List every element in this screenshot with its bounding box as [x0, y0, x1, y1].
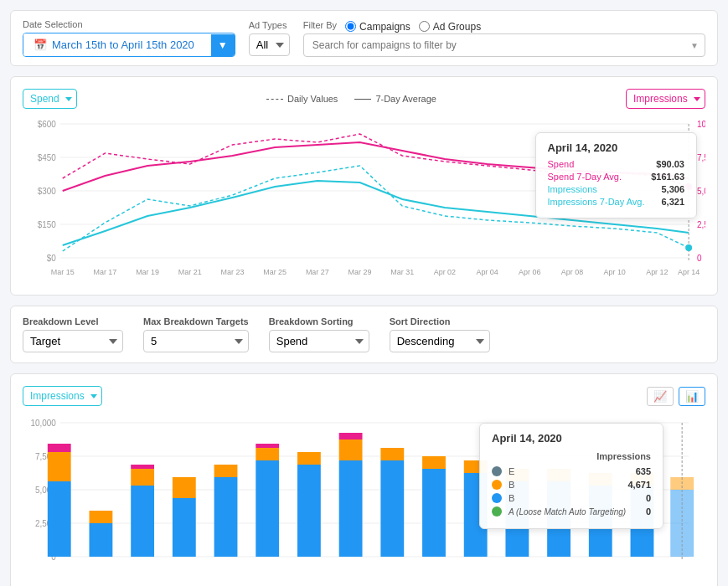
- svg-text:7,500: 7,500: [697, 153, 705, 162]
- bar-tooltip-header-metric: Impressions: [596, 451, 651, 461]
- svg-text:$300: $300: [38, 187, 57, 196]
- filter-row: Filter By Campaigns Ad Groups: [303, 20, 705, 33]
- svg-rect-66: [131, 469, 154, 486]
- line-chart-container: $600 $450 $300 $150 $0 10,000 7,500 5,00…: [23, 116, 705, 283]
- date-text: March 15th to April 15th 2020: [52, 39, 194, 51]
- legend-solid-line: [354, 99, 371, 100]
- ad-types-label: Ad Types: [249, 20, 290, 30]
- bar-tooltip-row-e: E 635: [492, 466, 651, 476]
- ad-types-select[interactable]: All: [249, 33, 290, 56]
- svg-text:2,500: 2,500: [697, 220, 705, 229]
- svg-text:Apr 12: Apr 12: [646, 268, 668, 276]
- left-metric-select[interactable]: Spend: [23, 89, 77, 109]
- bar-tooltip-value-b2: 0: [646, 493, 651, 503]
- bar-metric-select[interactable]: Impressions: [23, 386, 102, 406]
- breakdown-controls: Breakdown Level Target Max Breakdown Tar…: [10, 306, 718, 363]
- bar-tooltip-row-a: A (Loose Match Auto Targeting) 0: [492, 506, 651, 517]
- line-chart-tooltip: April 14, 2020 Spend $90.03 Spend 7-Day …: [535, 132, 698, 218]
- svg-text:$150: $150: [38, 220, 57, 229]
- bar-tooltip-dot-b2: [492, 493, 502, 503]
- svg-rect-83: [422, 456, 446, 469]
- filter-section: Filter By Campaigns Ad Groups ▼: [303, 20, 705, 57]
- campaign-search-input[interactable]: [303, 33, 705, 57]
- date-value-button[interactable]: 📅 March 15th to April 15th 2020: [23, 33, 204, 56]
- campaigns-radio[interactable]: [345, 21, 356, 32]
- bar-tooltip-dot-a: [492, 506, 502, 517]
- svg-rect-62: [48, 444, 71, 452]
- max-breakdown-select[interactable]: 5: [143, 330, 249, 352]
- adgroups-radio-text: Ad Groups: [433, 21, 481, 33]
- svg-rect-78: [339, 440, 363, 460]
- svg-rect-69: [173, 477, 196, 498]
- filter-by-label: Filter By: [303, 20, 337, 30]
- svg-text:Mar 15: Mar 15: [51, 268, 75, 276]
- bar-tooltip-label-b1: B: [509, 480, 621, 490]
- svg-text:Mar 21: Mar 21: [178, 268, 202, 276]
- svg-rect-73: [256, 448, 279, 460]
- svg-text:5,000: 5,000: [697, 187, 705, 196]
- bar-chart-icon-btn[interactable]: 📊: [679, 387, 705, 406]
- svg-rect-61: [48, 452, 71, 481]
- adgroups-radio[interactable]: [419, 21, 430, 32]
- bar-tooltip-header: Impressions: [492, 451, 651, 461]
- date-dropdown-arrow[interactable]: ▼: [211, 34, 235, 56]
- bar-tooltip-row-b1: B 4,671: [492, 480, 651, 490]
- svg-rect-67: [131, 465, 154, 469]
- svg-rect-63: [90, 523, 113, 557]
- tooltip-row-impressions7day: Impressions 7-Day Avg. 6,321: [548, 197, 685, 207]
- tooltip-spend7day-value: $161.63: [651, 172, 684, 182]
- svg-rect-60: [48, 481, 71, 557]
- tooltip-impressions7day-label: Impressions 7-Day Avg.: [548, 197, 645, 207]
- tooltip-row-spend: Spend $90.03: [548, 159, 685, 169]
- line-chart-header: Spend Daily Values 7-Day Average Impress…: [23, 89, 705, 109]
- svg-text:Apr 14: Apr 14: [678, 268, 700, 276]
- legend-daily-label: Daily Values: [287, 94, 338, 104]
- sort-direction-label: Sort Direction: [390, 316, 490, 326]
- svg-point-33: [685, 244, 692, 251]
- bar-tooltip-label-e: E: [509, 466, 629, 476]
- bar-chart-card: Impressions 📈 📊 10,000 7,500 5,000 2,500: [10, 373, 718, 586]
- bar-tooltip-dot-b1: [492, 480, 502, 490]
- svg-rect-80: [380, 460, 404, 557]
- svg-text:Apr 06: Apr 06: [519, 268, 540, 276]
- svg-rect-65: [131, 486, 154, 557]
- sort-direction-select[interactable]: Descending: [390, 330, 490, 352]
- adgroups-radio-label[interactable]: Ad Groups: [419, 21, 481, 33]
- tooltip-spend-label: Spend: [548, 159, 575, 169]
- bar-tooltip-dot-e: [492, 466, 502, 476]
- breakdown-sorting-label: Breakdown Sorting: [269, 316, 369, 326]
- svg-text:Mar 17: Mar 17: [93, 268, 116, 276]
- date-button[interactable]: 📅 March 15th to April 15th 2020 ▼: [23, 33, 235, 57]
- right-metric-select[interactable]: Impressions: [626, 89, 705, 109]
- radio-group: Campaigns Ad Groups: [345, 21, 481, 33]
- top-bar: Date Selection 📅 March 15th to April 15t…: [10, 10, 718, 66]
- tooltip-row-spend7day: Spend 7-Day Avg. $161.63: [548, 172, 685, 182]
- tooltip-impressions7day-value: 6,321: [661, 197, 684, 207]
- breakdown-level-item: Breakdown Level Target: [23, 316, 123, 352]
- svg-text:$450: $450: [38, 153, 57, 162]
- svg-text:Mar 25: Mar 25: [263, 268, 287, 276]
- ad-types-section: Ad Types All: [249, 20, 290, 56]
- svg-text:Mar 27: Mar 27: [306, 268, 329, 276]
- svg-rect-64: [90, 511, 113, 523]
- svg-rect-81: [380, 448, 404, 460]
- legend-7day: 7-Day Average: [354, 94, 436, 104]
- tooltip-spend-value: $90.03: [656, 159, 684, 169]
- bar-chart-container: 10,000 7,500 5,000 2,500 0 Mar 15 Mar 17…: [23, 414, 705, 586]
- date-picker-section: Date Selection 📅 March 15th to April 15t…: [23, 19, 235, 57]
- tooltip-title: April 14, 2020: [548, 141, 685, 154]
- breakdown-level-select[interactable]: Target: [23, 330, 123, 352]
- svg-rect-74: [256, 444, 279, 448]
- line-chart-icon-btn[interactable]: 📈: [647, 387, 674, 406]
- legend-daily: Daily Values: [266, 94, 338, 104]
- breakdown-sorting-select[interactable]: Spend: [269, 330, 369, 352]
- svg-rect-79: [339, 433, 363, 440]
- svg-text:Apr 02: Apr 02: [434, 268, 456, 276]
- svg-rect-82: [422, 469, 446, 557]
- tooltip-impressions-value: 5,306: [661, 184, 684, 194]
- tooltip-spend7day-label: Spend 7-Day Avg.: [548, 172, 622, 182]
- line-chart-card: Spend Daily Values 7-Day Average Impress…: [10, 76, 718, 296]
- svg-text:$0: $0: [47, 254, 57, 263]
- svg-rect-72: [256, 460, 279, 557]
- campaigns-radio-label[interactable]: Campaigns: [345, 21, 410, 33]
